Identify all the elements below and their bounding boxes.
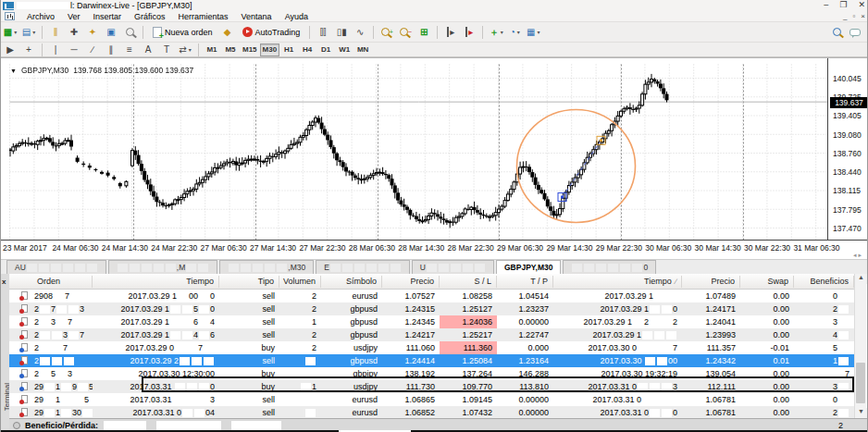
auto-scroll-icon[interactable]: ▸ [442, 24, 459, 40]
indicators-button[interactable]: ＋▾ [488, 24, 504, 40]
chart-window: ▼ GBPJPY,M30 139.768 139.805 139.600 139… [1, 57, 868, 259]
terminal-close-icon[interactable]: x [2, 278, 6, 286]
history-row-eurusd[interactable]: 290872017.03.29 1000sell2eurusd1.075271.… [9, 290, 854, 302]
timeframe-w1[interactable]: W1 [335, 43, 353, 56]
chart-shift-icon[interactable]: ▸ [461, 24, 477, 40]
column-header-precio[interactable]: Precio [382, 276, 440, 288]
timeframe-m5[interactable]: M5 [221, 43, 240, 56]
column-header-tiempo[interactable]: Tiempo [93, 276, 219, 288]
cursor-icon[interactable]: ▶ [2, 42, 19, 57]
text-icon[interactable]: A [140, 42, 156, 57]
time-axis-scroll-arrows[interactable]: ◂▸ [853, 252, 863, 259]
line-chart-mode-icon[interactable]: ∿ [352, 24, 368, 40]
terminal-side-strip: x Terminal [1, 274, 9, 432]
timeframe-m30[interactable]: M30 [260, 43, 280, 56]
search-icon[interactable] [828, 24, 845, 40]
new-chart-button[interactable]: ▦▾ [2, 24, 19, 40]
data-window-icon[interactable]: ✚ [66, 24, 82, 40]
history-row-gbpusd[interactable]: 2372017.03.29 146sell2gbpusd1.242171.252… [9, 328, 854, 341]
column-header-tipo[interactable]: Tipo [219, 276, 279, 288]
menu-ventana[interactable]: Ventana [235, 11, 279, 22]
history-row-gbpusd[interactable]: 2372017.03.29 164sell1gbpusd1.243451.240… [9, 315, 854, 328]
chart-tab[interactable]: ,M [108, 260, 217, 274]
table-header-row: OrdenTiempoTipoVolumenSímboloPrecioS / L… [9, 274, 854, 290]
column-header-tp[interactable]: T / P [497, 276, 553, 288]
new-order-button[interactable]: Nueva orden [148, 24, 217, 40]
fibonacci-icon[interactable]: ≡ [121, 42, 138, 57]
child-minimize-button[interactable]: _ [843, 12, 847, 20]
strategy-tester-icon[interactable] [121, 24, 138, 40]
trendline-icon[interactable]: ∕ [84, 42, 101, 57]
chat-icon[interactable] [847, 24, 863, 40]
crosshair-icon[interactable]: + [20, 42, 37, 57]
column-header-vol[interactable]: Volumen [279, 276, 321, 288]
text-label-icon[interactable]: T [158, 42, 175, 57]
history-row-gbpjpy[interactable]: 2532017.03.30 12:30:00buygbpjpy138.19213… [9, 367, 854, 380]
table-vertical-scrollbar[interactable]: ▲ ▼ [854, 274, 866, 418]
candlestick-mode-icon[interactable]: ▯▮ [333, 24, 350, 40]
chart-tab[interactable]: E [316, 260, 410, 274]
timeframe-h1[interactable]: H1 [279, 43, 298, 56]
menu-ayuda[interactable]: Ayuda [279, 11, 315, 22]
scroll-up-arrow[interactable]: ▲ [855, 274, 867, 284]
chart-tab[interactable]: U [412, 260, 494, 274]
history-row-usdjpy[interactable]: 272017.03.29 07buy2usdjpy111.060111.3600… [9, 341, 854, 354]
timeframe-m15[interactable]: M15 [240, 43, 260, 56]
window-close-button[interactable]: ✕ [858, 0, 865, 9]
navigator-icon[interactable]: ✦ [84, 24, 101, 40]
vertical-line-icon[interactable]: | [47, 42, 64, 57]
time-axis[interactable]: ◂▸ 23 Mar 201724 Mar 06:3024 Mar 14:3024… [1, 240, 868, 260]
column-header-orden[interactable]: Orden [9, 276, 93, 288]
arrows-button[interactable]: ⇄▾ [177, 42, 193, 57]
column-header-tiempo2[interactable]: Tiempo∕ [553, 276, 682, 288]
profiles-button[interactable]: ▤▾ [20, 24, 37, 40]
menu-insertar[interactable]: Insertar [87, 11, 129, 22]
scroll-down-arrow[interactable]: ▼ [855, 408, 867, 418]
tile-windows-icon[interactable]: ⊞ [415, 24, 432, 40]
history-row-eurusd[interactable]: 29152017.03.31 3selleurusd1.068651.09145… [9, 393, 854, 406]
timeframe-h4[interactable]: H4 [298, 43, 316, 56]
cell-sl: 1.08258 [440, 290, 497, 302]
history-row-gbpusd[interactable]: 22017.03.29 2sellgbpusd1.244141.250841.2… [9, 354, 854, 367]
history-row-usdjpy[interactable]: 291952017.03.31 0buy1usdjpy111.730109.77… [9, 380, 854, 393]
price-axis[interactable]: 140.045139.725139.405139.080138.760138.4… [827, 58, 868, 240]
timeframe-mn[interactable]: MN [353, 43, 372, 56]
chart-dropdown-icon[interactable]: ▼ [10, 68, 17, 74]
menu-graficos[interactable]: Gráficos [128, 11, 172, 22]
price-chart-canvas[interactable] [9, 64, 827, 240]
market-watch-icon[interactable]: ⫼ [47, 24, 64, 40]
templates-button[interactable]: ▦▾ [525, 24, 541, 40]
menu-ver[interactable]: Ver [61, 11, 87, 22]
column-header-swap[interactable]: Swap [740, 276, 794, 288]
window-restore-button[interactable]: ❐ [839, 0, 847, 9]
script-icon[interactable]: ◆ [219, 24, 236, 40]
periods-button[interactable]: ◔▾ [506, 24, 523, 40]
menu-archivo[interactable]: Archivo [20, 11, 61, 22]
menu-herramientas[interactable]: Herramientas [172, 11, 235, 22]
history-row-gbpusd[interactable]: 2732017.03.29 150sell2gbpusd1.243151.251… [9, 302, 854, 315]
timeframe-d1[interactable]: D1 [316, 43, 335, 56]
channel-icon[interactable]: ∥ [103, 42, 119, 57]
column-header-beneficio[interactable]: Beneficios [794, 276, 854, 288]
bar-chart-mode-icon[interactable]: ⫿⫿ [315, 24, 331, 40]
cell-orden: 2 [9, 354, 93, 367]
autotrading-button[interactable]: AutoTrading [238, 24, 305, 40]
chart-tab-gbpjpy-active[interactable]: GBPJPY,M30 [496, 260, 561, 274]
child-restore-button[interactable]: ▫ [852, 12, 855, 20]
zoom-in-icon[interactable]: + [378, 24, 395, 40]
chart-window-icon[interactable] [5, 12, 15, 20]
scrollbar-thumb[interactable] [856, 363, 865, 403]
zoom-out-icon[interactable]: − [397, 24, 414, 40]
column-header-sl[interactable]: S / L [440, 276, 497, 288]
horizontal-line-icon[interactable]: ─ [66, 42, 82, 57]
child-close-button[interactable]: × [861, 12, 865, 20]
column-header-simbolo[interactable]: Símbolo [321, 276, 382, 288]
terminal-panel-icon[interactable]: ▣ [103, 24, 119, 40]
chart-tab[interactable]: AU [6, 260, 106, 274]
window-minimize-button[interactable]: – [824, 0, 828, 9]
chart-tab[interactable]: 0 [563, 260, 656, 274]
column-header-precio2[interactable]: Precio [682, 276, 740, 288]
chart-tab[interactable]: ,M30 [219, 260, 314, 274]
timeframe-m1[interactable]: M1 [203, 43, 221, 56]
history-row-eurusd[interactable]: 291302017.03.31 004selleurusd1.068521.07… [9, 406, 854, 418]
